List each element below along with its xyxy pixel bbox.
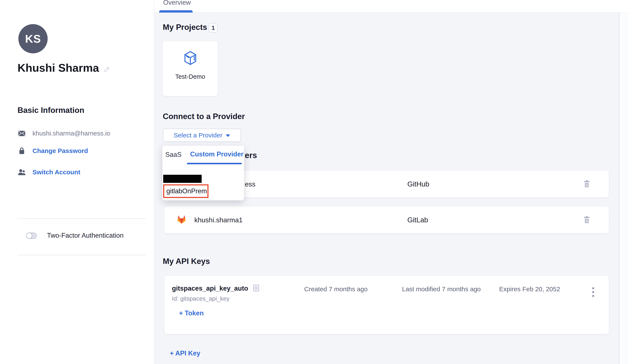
api-key-name: gitspaces_api_key_auto xyxy=(172,285,248,292)
gitlab-logo-icon xyxy=(177,215,186,225)
edit-name-icon[interactable] xyxy=(103,66,110,73)
change-password-link[interactable]: Change Password xyxy=(32,147,88,154)
change-password-row: Change Password xyxy=(18,147,88,154)
two-factor-toggle[interactable] xyxy=(26,233,37,239)
switch-account-link[interactable]: Switch Account xyxy=(32,169,80,176)
git-provider-row-gitlab: khushi.sharma1 GitLab xyxy=(164,207,609,233)
git-providers-heading-fragment: ers xyxy=(245,151,257,160)
sidebar-divider-top xyxy=(17,219,146,219)
project-card[interactable]: Test-Demo xyxy=(163,41,218,96)
api-key-card: gitspaces_api_key_auto Id: gitspaces_api… xyxy=(164,276,609,334)
delete-provider-icon[interactable] xyxy=(584,216,590,224)
switch-account-icon xyxy=(18,169,26,175)
provider-dropdown-menu: SaaS Custom Provider gitlabOnPrem xyxy=(162,146,244,200)
select-provider-button[interactable]: Select a Provider xyxy=(163,129,241,142)
projects-count-badge: 1 xyxy=(209,23,218,33)
main-tabbar xyxy=(154,0,628,13)
projects-count: 1 xyxy=(212,25,215,31)
lock-icon xyxy=(18,147,26,154)
mail-icon xyxy=(18,130,26,136)
user-name-row: Khushi Sharma xyxy=(17,61,110,74)
api-key-menu-icon[interactable] xyxy=(591,286,596,298)
custom-provider-tab-underline xyxy=(187,163,242,164)
connect-provider-heading: Connect to a Provider xyxy=(163,112,245,121)
select-provider-label: Select a Provider xyxy=(174,132,222,139)
project-name: Test-Demo xyxy=(175,73,205,80)
api-key-expires: Expires Feb 20, 2052 xyxy=(499,286,560,293)
api-key-created: Created 7 months ago xyxy=(304,286,368,293)
provider-option-redacted[interactable] xyxy=(163,175,202,183)
email-row: khushi.sharma@harness.io xyxy=(18,130,110,137)
tab-overview[interactable]: Overview xyxy=(163,0,191,6)
api-key-id: Id: gitspaces_api_key xyxy=(172,295,230,302)
api-key-modified: Last modified 7 months ago xyxy=(402,286,481,293)
my-projects-heading: My Projects xyxy=(163,23,207,32)
tab-overview-underline xyxy=(159,10,193,13)
profile-page: KS Khushi Sharma Basic Information khush… xyxy=(0,0,628,364)
project-cube-icon xyxy=(184,51,197,65)
provider-name-fragment: ess xyxy=(245,180,255,188)
profile-sidebar: KS Khushi Sharma Basic Information khush… xyxy=(0,0,154,364)
sidebar-divider-bottom xyxy=(17,255,146,255)
switch-account-row: Switch Account xyxy=(18,169,80,176)
provider-type: GitHub xyxy=(407,180,429,188)
toggle-knob xyxy=(26,233,32,239)
basic-information-heading: Basic Information xyxy=(17,106,84,115)
provider-type: GitLab xyxy=(407,216,428,224)
add-token-link[interactable]: + Token xyxy=(179,309,204,317)
my-api-keys-heading: My API Keys xyxy=(163,257,210,266)
two-factor-label: Two-Factor Authentication xyxy=(47,232,123,240)
user-email: khushi.sharma@harness.io xyxy=(32,130,110,137)
avatar-initials: KS xyxy=(25,32,41,45)
two-factor-row: Two-Factor Authentication xyxy=(26,232,123,240)
scroll-divider xyxy=(619,13,619,364)
right-margin-strip xyxy=(619,13,628,364)
tab-custom-provider[interactable]: Custom Provider xyxy=(190,150,243,158)
api-key-name-row: gitspaces_api_key_auto xyxy=(172,285,259,292)
annotation-box: gitlabOnPrem xyxy=(163,184,209,198)
user-name: Khushi Sharma xyxy=(17,61,99,74)
provider-option-gitlabonprem[interactable]: gitlabOnPrem xyxy=(166,187,207,195)
avatar: KS xyxy=(18,24,48,53)
copy-icon[interactable] xyxy=(253,285,259,292)
chevron-down-icon xyxy=(226,134,230,137)
delete-provider-icon[interactable] xyxy=(584,180,590,188)
provider-name: khushi.sharma1 xyxy=(194,216,243,224)
tab-saas[interactable]: SaaS xyxy=(165,151,182,159)
add-api-key-link[interactable]: + API Key xyxy=(170,350,200,357)
